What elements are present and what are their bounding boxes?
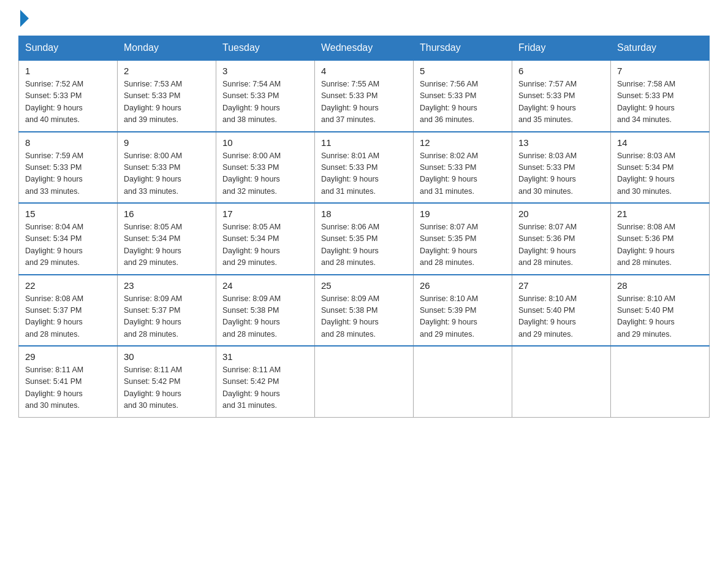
calendar-cell: 30 Sunrise: 8:11 AMSunset: 5:42 PMDaylig… (118, 346, 216, 417)
day-info: Sunrise: 8:07 AMSunset: 5:36 PMDaylight:… (518, 221, 604, 269)
calendar-cell: 16 Sunrise: 8:05 AMSunset: 5:34 PMDaylig… (118, 203, 216, 275)
calendar-cell: 9 Sunrise: 8:00 AMSunset: 5:33 PMDayligh… (118, 132, 216, 204)
calendar-cell: 26 Sunrise: 8:10 AMSunset: 5:39 PMDaylig… (414, 275, 512, 347)
day-info: Sunrise: 8:01 AMSunset: 5:33 PMDaylight:… (321, 150, 407, 198)
day-number: 27 (518, 280, 604, 291)
day-info: Sunrise: 7:56 AMSunset: 5:33 PMDaylight:… (420, 79, 506, 126)
day-info: Sunrise: 8:10 AMSunset: 5:40 PMDaylight:… (518, 293, 604, 341)
day-info: Sunrise: 8:05 AMSunset: 5:34 PMDaylight:… (222, 221, 308, 269)
day-number: 24 (222, 280, 308, 291)
calendar-cell: 20 Sunrise: 8:07 AMSunset: 5:36 PMDaylig… (512, 203, 611, 275)
calendar-cell: 6 Sunrise: 7:57 AMSunset: 5:33 PMDayligh… (512, 60, 611, 132)
day-info: Sunrise: 7:59 AMSunset: 5:33 PMDaylight:… (25, 150, 111, 198)
calendar-cell: 1 Sunrise: 7:52 AMSunset: 5:33 PMDayligh… (19, 60, 118, 132)
calendar-cell: 21 Sunrise: 8:08 AMSunset: 5:36 PMDaylig… (611, 203, 710, 275)
day-info: Sunrise: 8:10 AMSunset: 5:39 PMDaylight:… (420, 293, 506, 341)
calendar-cell: 11 Sunrise: 8:01 AMSunset: 5:33 PMDaylig… (315, 132, 414, 204)
calendar-week-row: 1 Sunrise: 7:52 AMSunset: 5:33 PMDayligh… (19, 60, 710, 132)
day-info: Sunrise: 8:09 AMSunset: 5:37 PMDaylight:… (124, 293, 210, 341)
day-number: 20 (518, 209, 604, 219)
day-number: 17 (222, 209, 308, 219)
day-number: 31 (222, 351, 308, 362)
calendar-cell: 22 Sunrise: 8:08 AMSunset: 5:37 PMDaylig… (19, 275, 118, 347)
calendar-cell: 14 Sunrise: 8:03 AMSunset: 5:34 PMDaylig… (611, 132, 710, 204)
day-number: 16 (124, 209, 210, 219)
calendar-cell (315, 346, 414, 417)
calendar-week-row: 15 Sunrise: 8:04 AMSunset: 5:34 PMDaylig… (19, 203, 710, 275)
day-number: 19 (420, 209, 506, 219)
day-info: Sunrise: 8:03 AMSunset: 5:34 PMDaylight:… (617, 150, 703, 198)
calendar-header-saturday: Saturday (611, 36, 710, 61)
day-number: 12 (420, 137, 506, 148)
logo-arrow-icon (20, 10, 29, 27)
day-number: 23 (124, 280, 210, 291)
calendar-week-row: 8 Sunrise: 7:59 AMSunset: 5:33 PMDayligh… (19, 132, 710, 204)
calendar-cell: 23 Sunrise: 8:09 AMSunset: 5:37 PMDaylig… (118, 275, 216, 347)
day-info: Sunrise: 7:52 AMSunset: 5:33 PMDaylight:… (25, 79, 111, 126)
day-number: 29 (25, 351, 111, 362)
calendar-table: SundayMondayTuesdayWednesdayThursdayFrid… (18, 36, 710, 418)
day-number: 30 (124, 351, 210, 362)
day-info: Sunrise: 7:57 AMSunset: 5:33 PMDaylight:… (518, 79, 604, 126)
day-info: Sunrise: 8:04 AMSunset: 5:34 PMDaylight:… (25, 221, 111, 269)
calendar-cell: 25 Sunrise: 8:09 AMSunset: 5:38 PMDaylig… (315, 275, 414, 347)
day-number: 13 (518, 137, 604, 148)
day-info: Sunrise: 8:09 AMSunset: 5:38 PMDaylight:… (222, 293, 308, 341)
calendar-cell: 8 Sunrise: 7:59 AMSunset: 5:33 PMDayligh… (19, 132, 118, 204)
calendar-cell: 12 Sunrise: 8:02 AMSunset: 5:33 PMDaylig… (414, 132, 512, 204)
day-number: 3 (222, 66, 308, 76)
day-number: 22 (25, 280, 111, 291)
calendar-header-friday: Friday (512, 36, 611, 61)
day-number: 2 (124, 66, 210, 76)
day-info: Sunrise: 8:11 AMSunset: 5:42 PMDaylight:… (222, 364, 308, 412)
day-number: 10 (222, 137, 308, 148)
calendar-cell: 3 Sunrise: 7:54 AMSunset: 5:33 PMDayligh… (216, 60, 315, 132)
calendar-week-row: 29 Sunrise: 8:11 AMSunset: 5:41 PMDaylig… (19, 346, 710, 417)
day-number: 21 (617, 209, 703, 219)
day-info: Sunrise: 8:00 AMSunset: 5:33 PMDaylight:… (124, 150, 210, 198)
day-number: 1 (25, 66, 111, 76)
calendar-cell: 5 Sunrise: 7:56 AMSunset: 5:33 PMDayligh… (414, 60, 512, 132)
calendar-header-tuesday: Tuesday (216, 36, 315, 61)
calendar-cell: 29 Sunrise: 8:11 AMSunset: 5:41 PMDaylig… (19, 346, 118, 417)
day-info: Sunrise: 7:58 AMSunset: 5:33 PMDaylight:… (617, 79, 703, 126)
day-info: Sunrise: 8:03 AMSunset: 5:33 PMDaylight:… (518, 150, 604, 198)
day-number: 4 (321, 66, 407, 76)
day-info: Sunrise: 8:09 AMSunset: 5:38 PMDaylight:… (321, 293, 407, 341)
day-info: Sunrise: 8:08 AMSunset: 5:36 PMDaylight:… (617, 221, 703, 269)
day-info: Sunrise: 8:00 AMSunset: 5:33 PMDaylight:… (222, 150, 308, 198)
calendar-cell: 17 Sunrise: 8:05 AMSunset: 5:34 PMDaylig… (216, 203, 315, 275)
calendar-header-thursday: Thursday (414, 36, 512, 61)
day-number: 26 (420, 280, 506, 291)
calendar-header-monday: Monday (118, 36, 216, 61)
day-number: 6 (518, 66, 604, 76)
day-info: Sunrise: 7:53 AMSunset: 5:33 PMDaylight:… (124, 79, 210, 126)
day-number: 15 (25, 209, 111, 219)
calendar-cell: 10 Sunrise: 8:00 AMSunset: 5:33 PMDaylig… (216, 132, 315, 204)
day-number: 25 (321, 280, 407, 291)
calendar-cell: 28 Sunrise: 8:10 AMSunset: 5:40 PMDaylig… (611, 275, 710, 347)
day-info: Sunrise: 8:05 AMSunset: 5:34 PMDaylight:… (124, 221, 210, 269)
day-number: 11 (321, 137, 407, 148)
calendar-cell (611, 346, 710, 417)
calendar-cell (512, 346, 611, 417)
calendar-header-row: SundayMondayTuesdayWednesdayThursdayFrid… (19, 36, 710, 61)
day-number: 7 (617, 66, 703, 76)
calendar-cell: 2 Sunrise: 7:53 AMSunset: 5:33 PMDayligh… (118, 60, 216, 132)
calendar-cell: 19 Sunrise: 8:07 AMSunset: 5:35 PMDaylig… (414, 203, 512, 275)
day-info: Sunrise: 8:10 AMSunset: 5:40 PMDaylight:… (617, 293, 703, 341)
calendar-week-row: 22 Sunrise: 8:08 AMSunset: 5:37 PMDaylig… (19, 275, 710, 347)
day-info: Sunrise: 8:08 AMSunset: 5:37 PMDaylight:… (25, 293, 111, 341)
day-number: 5 (420, 66, 506, 76)
calendar-header-sunday: Sunday (19, 36, 118, 61)
day-info: Sunrise: 8:11 AMSunset: 5:42 PMDaylight:… (124, 364, 210, 412)
logo (18, 12, 29, 25)
day-number: 8 (25, 137, 111, 148)
calendar-cell: 24 Sunrise: 8:09 AMSunset: 5:38 PMDaylig… (216, 275, 315, 347)
calendar-cell (414, 346, 512, 417)
day-number: 18 (321, 209, 407, 219)
day-number: 9 (124, 137, 210, 148)
day-info: Sunrise: 8:02 AMSunset: 5:33 PMDaylight:… (420, 150, 506, 198)
day-info: Sunrise: 8:07 AMSunset: 5:35 PMDaylight:… (420, 221, 506, 269)
day-info: Sunrise: 7:55 AMSunset: 5:33 PMDaylight:… (321, 79, 407, 126)
